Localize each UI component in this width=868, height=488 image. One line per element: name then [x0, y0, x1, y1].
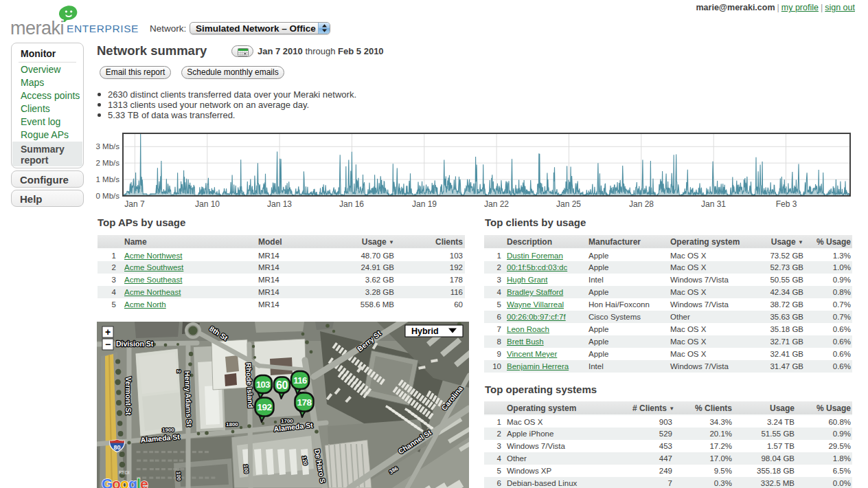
svg-text:Vermont St: Vermont St [124, 377, 133, 415]
svg-text:192: 192 [257, 402, 271, 412]
svg-text:o: o [120, 476, 129, 488]
svg-text:100: 100 [175, 472, 182, 481]
svg-text:178: 178 [297, 397, 312, 408]
svg-text:1900: 1900 [162, 427, 174, 433]
svg-text:+: + [105, 326, 111, 337]
svg-text:e: e [140, 476, 148, 488]
svg-text:1800: 1800 [226, 421, 238, 428]
svg-text:G: G [102, 476, 113, 488]
svg-text:100: 100 [242, 464, 249, 474]
svg-text:Division St: Division St [116, 340, 154, 348]
svg-text:60: 60 [276, 379, 288, 391]
svg-text:REDI: REDI [119, 470, 130, 475]
svg-text:2: 2 [176, 370, 182, 373]
svg-text:−: − [105, 339, 111, 350]
svg-text:116: 116 [293, 375, 307, 386]
svg-text:g: g [128, 476, 137, 488]
svg-text:1700: 1700 [281, 418, 293, 424]
svg-text:Hybrid: Hybrid [411, 326, 439, 336]
svg-text:103: 103 [256, 379, 270, 390]
svg-text:80: 80 [113, 444, 120, 451]
svg-text:o: o [112, 476, 121, 488]
